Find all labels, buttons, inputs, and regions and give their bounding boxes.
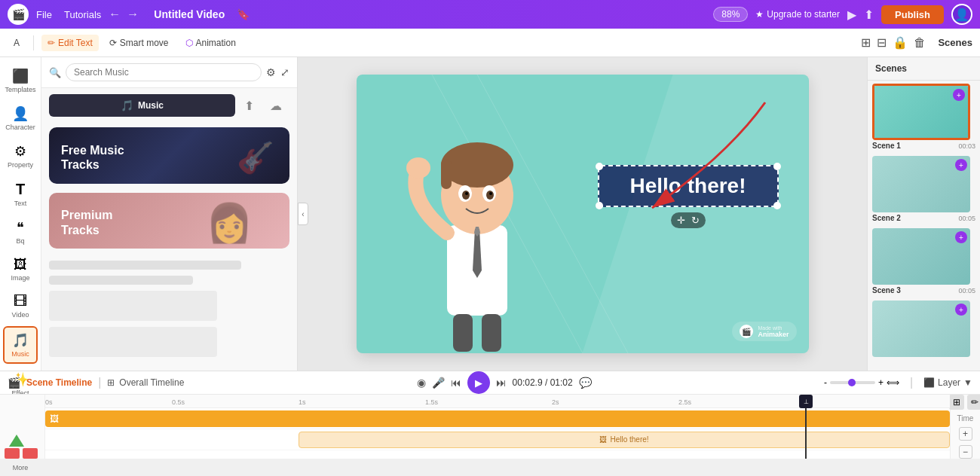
watermark-text: Made with Animaker: [758, 325, 789, 338]
scene-add-icon-3[interactable]: +: [955, 231, 967, 243]
svg-rect-17: [482, 314, 501, 352]
timeline-track-2: 🖼 Hello there!: [45, 429, 950, 450]
panel-collapse-button[interactable]: ‹: [298, 203, 308, 225]
sidebar-item-image[interactable]: 🖼 Image: [3, 252, 38, 286]
play-preview-button[interactable]: ▶: [847, 8, 856, 22]
sidebar-item-text[interactable]: T Text: [3, 176, 38, 212]
scene-thumb-1[interactable]: +: [872, 84, 970, 140]
image-icon: 🖼: [14, 257, 27, 273]
menu-file[interactable]: File: [36, 9, 52, 20]
ruler-mark-2s: 2s: [552, 398, 559, 406]
align-icon[interactable]: ⊟: [877, 35, 887, 50]
music-card-free[interactable]: 🎸 Free MusicTracks: [49, 127, 289, 184]
sidebar-item-bq[interactable]: ❝ Bq: [3, 215, 38, 249]
handle-bottom-right[interactable]: [773, 202, 781, 209]
filter-button[interactable]: ⚙: [266, 66, 276, 78]
track-labels: [0, 395, 45, 459]
upgrade-button[interactable]: ★ Upgrade to starter: [755, 9, 840, 20]
zoom-control[interactable]: 88%: [713, 7, 748, 22]
zoom-slider[interactable]: [830, 381, 875, 384]
scene-item-1[interactable]: + Scene 1 00:03: [868, 81, 980, 153]
user-avatar[interactable]: 👤: [951, 4, 972, 25]
music-card-premium[interactable]: 👩 PremiumTracks: [49, 193, 289, 249]
text-refresh-button[interactable]: ↻: [691, 215, 700, 226]
sidebar-item-video[interactable]: 🎞 Video: [3, 289, 38, 323]
music-search-input[interactable]: [66, 63, 262, 81]
timeline-cursor[interactable]: ⊥: [805, 395, 807, 459]
sidebar-item-music[interactable]: 🎵 Music: [3, 326, 38, 364]
lock-icon[interactable]: 🔒: [893, 35, 908, 50]
scene-thumb-4[interactable]: +: [872, 301, 970, 357]
scene-add-icon-2[interactable]: +: [955, 159, 967, 171]
microphone-button[interactable]: 🎤: [432, 377, 445, 389]
canvas-frame[interactable]: Hello there! ✛ ↻ 🎬 Made with Animaker: [357, 75, 809, 353]
animation-button[interactable]: ⬡ Animation: [179, 35, 242, 51]
text-box-controls: ✛ ↻: [671, 212, 706, 228]
subtitle-button[interactable]: 💬: [579, 377, 592, 389]
handle-bottom-left[interactable]: [596, 202, 603, 209]
svg-rect-16: [453, 314, 473, 352]
canvas-watermark: 🎬 Made with Animaker: [732, 322, 796, 341]
handle-top-left[interactable]: [596, 163, 603, 170]
edit-text-button[interactable]: ✏ Edit Text: [41, 35, 99, 51]
menu-tutorials[interactable]: Tutorials: [64, 9, 101, 20]
layer-icon: ⬛: [923, 377, 935, 388]
scene-add-icon-1[interactable]: +: [953, 89, 965, 101]
zoom-out-icon[interactable]: -: [824, 377, 827, 388]
text-tool-button[interactable]: A: [8, 35, 26, 51]
focus-button[interactable]: ◉: [417, 377, 426, 389]
svg-point-13: [406, 157, 430, 178]
track-block-text[interactable]: 🖼 Hello there!: [299, 432, 950, 448]
zoom-in-icon[interactable]: +: [878, 377, 884, 388]
play-pause-button[interactable]: ▶: [467, 371, 490, 394]
prev-frame-button[interactable]: ⏮: [451, 377, 461, 389]
layer-control[interactable]: ⬛ Layer ▼: [923, 377, 972, 388]
track-icon-edit[interactable]: ✏: [967, 395, 981, 410]
track-text-icon: 🖼: [599, 435, 607, 444]
mini-block-red-1: [5, 448, 20, 459]
zoom-slider-thumb: [848, 379, 856, 386]
current-time: 00:02.9 / 01:02: [513, 377, 573, 388]
project-title[interactable]: Untitled Video: [154, 8, 225, 20]
music-tab-music[interactable]: 🎵 Music: [49, 94, 235, 117]
overall-timeline-tab[interactable]: ⊞ Overall Timeline: [107, 377, 184, 388]
publish-button[interactable]: Publish: [881, 5, 944, 24]
time-label: Time: [957, 414, 974, 423]
expand-button[interactable]: ⤢: [280, 66, 289, 78]
smart-move-button[interactable]: ⟳ Smart move: [103, 35, 175, 51]
fit-icon[interactable]: ⟺: [887, 377, 899, 388]
next-frame-button[interactable]: ⏭: [496, 377, 507, 389]
scene-item-2[interactable]: + Scene 2 00:05: [868, 153, 980, 225]
time-remove-button[interactable]: −: [959, 445, 972, 459]
share-button[interactable]: ⬆: [864, 8, 874, 22]
undo-button[interactable]: ←: [109, 8, 121, 21]
scenes-label: Scenes: [938, 37, 972, 48]
grid-icon[interactable]: ⊞: [861, 35, 871, 50]
music-tab-upload[interactable]: ⬆: [235, 94, 262, 117]
cursor-icon: ⊥: [804, 398, 809, 405]
templates-icon: ⬛: [12, 68, 29, 84]
delete-icon[interactable]: 🗑: [914, 36, 926, 50]
canvas-area: ‹: [298, 57, 867, 371]
redo-button[interactable]: →: [127, 8, 139, 21]
track-icon-grid[interactable]: ⊞: [949, 395, 964, 410]
scene-timeline-tab[interactable]: Scene Timeline: [26, 377, 92, 388]
scene-info-3: Scene 3 00:05: [872, 286, 975, 294]
scene-item-4[interactable]: +: [868, 298, 980, 360]
sidebar-item-property[interactable]: ⚙ Property: [3, 139, 38, 173]
scene-item-3[interactable]: + Scene 3 00:05: [868, 225, 980, 298]
sidebar-item-character[interactable]: 👤 Character: [3, 101, 38, 136]
sidebar-item-templates[interactable]: ⬛ Templates: [3, 63, 38, 98]
music-tab-cloud[interactable]: ☁: [262, 94, 289, 117]
scene-add-icon-4[interactable]: +: [955, 304, 967, 316]
scene-thumb-2[interactable]: +: [872, 156, 970, 212]
track-block-orange[interactable]: 🖼: [45, 410, 950, 427]
cursor-head: ⊥: [799, 395, 813, 408]
text-move-button[interactable]: ✛: [677, 215, 685, 226]
handle-top-right[interactable]: [773, 163, 781, 170]
canvas-text-box[interactable]: Hello there! ✛ ↻: [598, 165, 779, 207]
overall-icon: ⊞: [107, 377, 115, 388]
time-add-button[interactable]: +: [959, 427, 972, 441]
watermark-logo: 🎬: [740, 325, 753, 338]
scene-thumb-3[interactable]: +: [872, 228, 970, 285]
